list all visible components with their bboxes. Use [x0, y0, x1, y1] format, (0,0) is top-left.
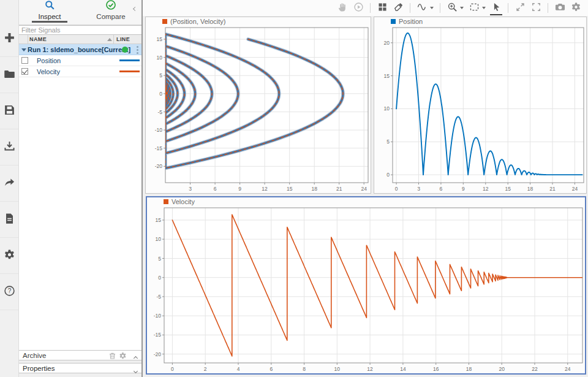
clear-subplots-button[interactable]	[391, 1, 405, 15]
signal-row-velocity[interactable]: Velocity	[19, 66, 141, 77]
signal-line-swatch[interactable]	[119, 70, 140, 72]
create-report-button[interactable]	[0, 202, 18, 238]
chevron-down-icon[interactable]	[430, 7, 434, 9]
zoom-button[interactable]	[445, 1, 459, 15]
plot-legend: Position	[374, 17, 586, 26]
toolbar-divider	[370, 3, 371, 13]
tab-compare-label: Compare	[90, 13, 131, 23]
svg-text:9: 9	[462, 186, 465, 192]
plus-icon	[4, 32, 15, 46]
svg-text:5: 5	[386, 139, 390, 145]
properties-bar[interactable]: Properties	[19, 363, 141, 373]
svg-text:16: 16	[433, 366, 439, 372]
svg-text:18: 18	[527, 186, 533, 192]
legend-label: (Position, Velocity)	[170, 18, 225, 25]
archive-bar[interactable]: Archive	[19, 350, 141, 360]
svg-text:24: 24	[572, 186, 578, 192]
signal-row-position[interactable]: Position	[19, 55, 141, 66]
signal-rows: PositionVelocity	[19, 55, 141, 77]
tab-compare[interactable]: Compare	[80, 0, 141, 25]
chevron-down-icon[interactable]	[460, 7, 464, 9]
signal-name: Velocity	[37, 68, 60, 75]
collapse-panel-icon[interactable]	[134, 2, 140, 8]
folder-icon	[4, 68, 15, 82]
svg-text:-10: -10	[154, 313, 162, 319]
svg-text:10: 10	[384, 105, 390, 112]
svg-text:22: 22	[532, 366, 538, 372]
svg-text:4: 4	[237, 366, 240, 372]
svg-text:21: 21	[336, 186, 342, 192]
column-header-line[interactable]: LINE	[116, 36, 130, 42]
help-button[interactable]: ?	[0, 274, 18, 310]
archive-label: Archive	[23, 352, 46, 359]
signal-checkbox[interactable]	[21, 68, 28, 75]
chart-canvas[interactable]: 0369121518212405101520	[374, 26, 586, 193]
chart-canvas[interactable]: 024681012141618202224-20-15-10-5051015	[147, 206, 585, 373]
fullscreen-button[interactable]	[529, 1, 543, 15]
svg-text:0: 0	[386, 172, 390, 178]
plot-settings-button[interactable]	[568, 1, 583, 15]
maximize-button[interactable]	[513, 1, 527, 15]
svg-text:12: 12	[262, 186, 268, 192]
expand-caret-icon[interactable]	[21, 48, 26, 51]
svg-text:14: 14	[400, 366, 406, 372]
legend-label: Velocity	[172, 198, 195, 205]
svg-text:21: 21	[549, 186, 556, 192]
svg-text:10: 10	[156, 236, 162, 242]
chart-canvas[interactable]: 3691215182124-20-15-10-5051015	[146, 26, 371, 193]
run-menu-icon[interactable]	[136, 45, 139, 55]
subplot-phase[interactable]: (Position, Velocity)3691215182124-20-15-…	[145, 17, 371, 194]
import-button[interactable]	[0, 129, 18, 166]
toolbar-divider	[440, 3, 440, 13]
preferences-button[interactable]	[0, 238, 18, 274]
svg-text:6: 6	[440, 186, 443, 192]
svg-text:0: 0	[395, 186, 398, 192]
signals-panel: Inspect Compare NAME LINE Run 1: sldemo_…	[19, 0, 143, 377]
plot-area: (Position, Velocity)3691215182124-20-15-…	[143, 0, 588, 377]
signal-table-header[interactable]: NAME LINE	[19, 35, 141, 44]
expand-properties-icon[interactable]	[134, 367, 137, 374]
svg-text:3: 3	[417, 186, 420, 192]
svg-text:-15: -15	[155, 145, 163, 151]
svg-text:18: 18	[311, 186, 317, 192]
new-button[interactable]	[0, 21, 18, 57]
export-button[interactable]	[0, 166, 18, 202]
app-root: ? Inspect Compare NAME LINE Run 1: sldem…	[0, 0, 588, 377]
cursor-icon	[491, 2, 502, 15]
signal-checkbox[interactable]	[21, 57, 28, 64]
pointer-mode-button[interactable]	[489, 1, 503, 15]
replay-button	[351, 1, 366, 15]
collapse-archive-icon[interactable]	[134, 354, 137, 361]
subplot-layout-button[interactable]	[375, 1, 390, 15]
column-header-name[interactable]: NAME	[29, 36, 47, 42]
svg-text:0: 0	[171, 366, 174, 372]
subplot-velocity[interactable]: Velocity024681012141618202224-20-15-10-5…	[146, 196, 586, 375]
column-divider	[28, 35, 28, 44]
svg-text:-15: -15	[154, 332, 162, 338]
svg-text:15: 15	[287, 186, 293, 192]
snapshot-button[interactable]	[552, 1, 567, 15]
svg-text:5: 5	[158, 256, 161, 262]
gear-icon[interactable]	[119, 352, 127, 360]
open-button[interactable]	[0, 57, 18, 93]
eraser-icon	[393, 2, 404, 15]
toolbar-divider	[508, 3, 508, 13]
plot-legend: Velocity	[147, 197, 585, 206]
save-button[interactable]	[0, 93, 18, 129]
trash-icon[interactable]	[108, 352, 116, 360]
sort-ascending-icon[interactable]	[107, 38, 112, 41]
signal-line-swatch[interactable]	[119, 59, 140, 61]
fullscreen-icon	[531, 2, 541, 15]
chevron-down-icon[interactable]	[482, 7, 486, 9]
fit-to-view-button[interactable]	[467, 1, 481, 15]
svg-text:24: 24	[565, 366, 571, 372]
run-row[interactable]: Run 1: sldemo_bounce[Current]	[19, 44, 141, 55]
tab-inspect[interactable]: Inspect	[19, 0, 80, 25]
signal-name: Position	[37, 57, 61, 64]
legend-swatch	[164, 199, 168, 204]
signal-options-button[interactable]	[415, 1, 429, 15]
check-circle-icon	[105, 0, 116, 12]
subplot-position[interactable]: Position0369121518212405101520	[374, 17, 587, 194]
help-icon: ?	[4, 285, 15, 299]
filter-signals-input[interactable]	[19, 25, 141, 35]
